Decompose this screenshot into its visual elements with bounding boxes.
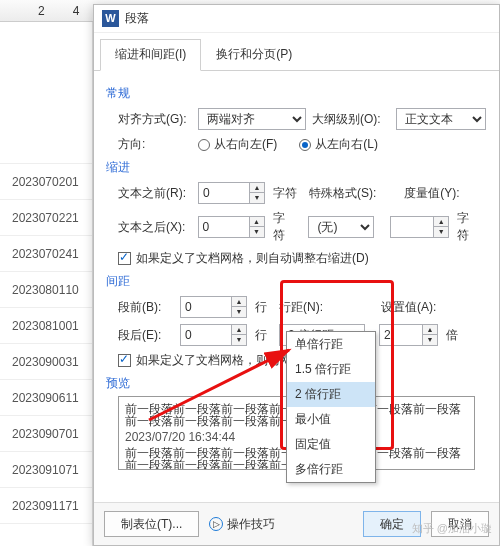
space-after-label: 段后(E): (118, 327, 174, 344)
chevron-down-icon: ▼ (423, 335, 437, 345)
document-column: 2023070201202307022120230702412023080110… (0, 22, 93, 546)
chevron-up-icon: ▲ (250, 183, 264, 193)
list-item: 2023091171 (0, 488, 92, 524)
dropdown-option[interactable]: 1.5 倍行距 (287, 357, 375, 382)
list-item: 2023070201 (0, 164, 92, 200)
outline-label: 大纲级别(O): (312, 111, 390, 128)
dialog-title: 段落 (125, 10, 149, 27)
chevron-down-icon: ▼ (434, 227, 448, 237)
section-indent: 缩进 (106, 159, 487, 176)
tab-line-page-breaks[interactable]: 换行和分页(P) (201, 39, 307, 70)
dialog-tabs: 缩进和间距(I) 换行和分页(P) (94, 33, 499, 71)
chevron-down-icon: ▼ (250, 227, 264, 237)
direction-rtl-radio[interactable]: 从右向左(F) (198, 136, 277, 153)
dropdown-option[interactable]: 固定值 (287, 432, 375, 457)
tabs-button[interactable]: 制表位(T)... (104, 511, 199, 537)
line-spacing-label: 行距(N): (279, 299, 335, 316)
list-item: 2023090611 (0, 380, 92, 416)
chevron-down-icon: ▼ (250, 193, 264, 203)
chevron-up-icon: ▲ (232, 297, 246, 307)
section-general: 常规 (106, 85, 487, 102)
word-icon: W (102, 10, 119, 27)
titlebar: W 段落 (94, 5, 499, 33)
line-spacing-dropdown: 单倍行距1.5 倍行距2 倍行距最小值固定值多倍行距 (286, 331, 376, 483)
outline-select[interactable]: 正文文本 (396, 108, 486, 130)
chevron-down-icon: ▼ (232, 307, 246, 317)
list-item: 2023091071 (0, 452, 92, 488)
dropdown-option[interactable]: 多倍行距 (287, 457, 375, 482)
tab-indent-spacing[interactable]: 缩进和间距(I) (100, 39, 201, 71)
indent-before-spinner[interactable]: ▲▼ (198, 182, 265, 204)
direction-ltr-radio[interactable]: 从左向右(L) (299, 136, 378, 153)
by-spinner[interactable]: ▲▼ (390, 216, 449, 238)
list-item: 2023070241 (0, 236, 92, 272)
chevron-up-icon: ▲ (423, 325, 437, 335)
paragraph-dialog: W 段落 缩进和间距(I) 换行和分页(P) 常规 对齐方式(G): 两端对齐 … (93, 4, 500, 546)
section-spacing: 间距 (106, 273, 487, 290)
list-item: 2023081001 (0, 308, 92, 344)
alignment-label: 对齐方式(G): (118, 111, 192, 128)
at-label: 设置值(A): (381, 299, 449, 316)
indent-before-label: 文本之前(R): (118, 185, 192, 202)
auto-adjust-indent-checkbox[interactable]: 如果定义了文档网格，则自动调整右缩进(D) (118, 250, 487, 267)
ruler-tick: 2 (38, 4, 45, 18)
list-item: 2023090701 (0, 416, 92, 452)
direction-label: 方向: (118, 136, 192, 153)
indent-after-spinner[interactable]: ▲▼ (198, 216, 265, 238)
space-before-label: 段前(B): (118, 299, 174, 316)
special-label: 特殊格式(S): (309, 185, 376, 202)
chevron-down-icon: ▼ (232, 335, 246, 345)
chevron-up-icon: ▲ (232, 325, 246, 335)
list-item: 2023070221 (0, 200, 92, 236)
indent-after-label: 文本之后(X): (118, 219, 192, 236)
chevron-up-icon: ▲ (434, 217, 448, 227)
dropdown-option[interactable]: 最小值 (287, 407, 375, 432)
dropdown-option[interactable]: 单倍行距 (287, 332, 375, 357)
list-item: 2023080110 (0, 272, 92, 308)
play-icon: ▷ (209, 517, 223, 531)
space-after-spinner[interactable]: ▲▼ (180, 324, 247, 346)
dropdown-option[interactable]: 2 倍行距 (287, 382, 375, 407)
list-item: 2023090031 (0, 344, 92, 380)
alignment-select[interactable]: 两端对齐 (198, 108, 306, 130)
by-label: 度量值(Y): (404, 185, 459, 202)
special-select[interactable]: (无) (308, 216, 374, 238)
tips-link[interactable]: ▷操作技巧 (209, 516, 275, 533)
watermark: 知乎 @加油小璇 (412, 521, 492, 536)
space-before-spinner[interactable]: ▲▼ (180, 296, 247, 318)
ruler-tick: 4 (73, 4, 80, 18)
at-spinner[interactable]: ▲▼ (379, 324, 438, 346)
chevron-up-icon: ▲ (250, 217, 264, 227)
